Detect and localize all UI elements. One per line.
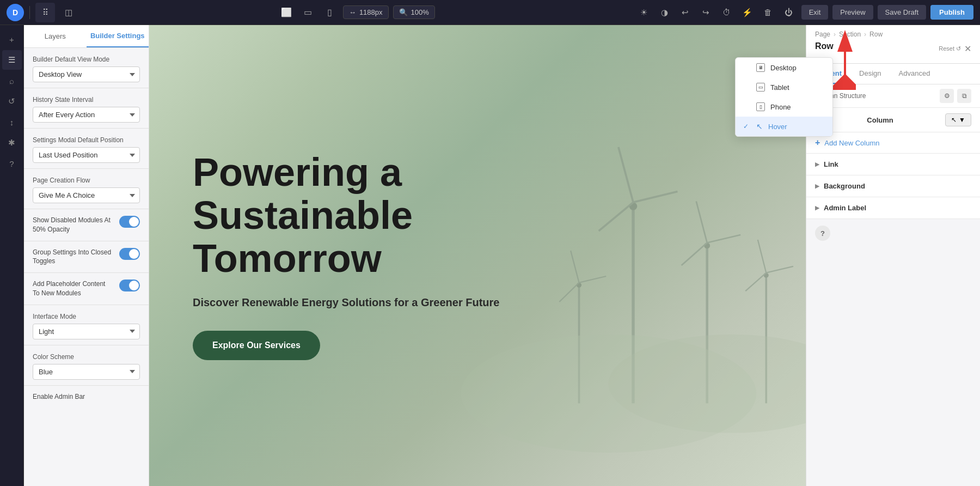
svg-line-17	[571, 251, 579, 283]
sun-icon-btn[interactable]: ☀	[636, 4, 652, 21]
add-column-row[interactable]: + Add New Column	[806, 132, 980, 154]
add-column-label: Add New Column	[824, 139, 879, 147]
zoom-value: 100%	[411, 8, 429, 16]
admin-label-accordion-header[interactable]: ▶ Admin Label	[806, 197, 980, 218]
svg-line-7	[696, 202, 707, 243]
save-draft-button[interactable]: Save Draft	[878, 5, 926, 20]
background-arrow-icon: ▶	[815, 183, 819, 190]
undo-btn[interactable]: ↩	[677, 4, 694, 21]
panel-tabs: Layers Builder Settings	[24, 25, 149, 48]
page-creation-select[interactable]: Give Me A Choice	[33, 187, 140, 203]
placeholder-content-toggle[interactable]	[119, 280, 140, 291]
dropdown-item-tablet[interactable]: ▭ Tablet	[736, 77, 832, 97]
dropdown-item-desktop[interactable]: 🖥 Desktop	[736, 58, 832, 77]
svg-line-3	[633, 191, 677, 202]
help-circle-btn[interactable]: ?	[815, 226, 830, 241]
exit-button[interactable]: Exit	[801, 5, 829, 20]
modal-position-label: Settings Modal Default Position	[33, 136, 140, 144]
help-sidebar-btn[interactable]: ?	[2, 154, 22, 173]
desktop-btn[interactable]: ⬜	[278, 4, 295, 21]
placeholder-content-row: Add Placeholder Content To New Modules	[24, 273, 149, 305]
portability-btn[interactable]: ↕	[2, 112, 22, 132]
layers-toggle-btn[interactable]: ⠿	[35, 3, 55, 22]
search-sidebar-btn[interactable]: ⌕	[2, 71, 22, 90]
group-settings-toggle[interactable]	[119, 248, 140, 260]
width-display: ↔ 1188px	[343, 5, 389, 19]
color-scheme-section: Color Scheme Blue	[24, 345, 149, 385]
topbar-divider	[29, 6, 30, 19]
phone-label: Phone	[770, 103, 791, 111]
hover-check-icon: ✓	[743, 123, 751, 130]
redo-btn[interactable]: ↪	[698, 4, 714, 21]
width-value: 1188px	[359, 8, 383, 16]
tablet-label: Tablet	[770, 83, 789, 92]
view-mode-select[interactable]: Desktop View	[33, 66, 140, 82]
topbar-center: ⬜ ▭ ▯ ↔ 1188px 🔍 100%	[278, 4, 435, 21]
svg-line-13	[767, 266, 794, 273]
admin-bar-label: Enable Admin Bar	[33, 392, 140, 402]
background-accordion-header[interactable]: ▶ Background	[806, 175, 980, 197]
view-mode-section: Builder Default View Mode Desktop View	[24, 48, 149, 88]
state-dropdown-btn[interactable]: ↖ ▼	[945, 113, 971, 126]
tab-design[interactable]: Design	[850, 64, 890, 84]
link-accordion-header[interactable]: ▶ Link	[806, 154, 980, 175]
tablet-btn[interactable]: ▭	[299, 4, 317, 21]
dropdown-item-hover[interactable]: ✓ ↖ Hover	[736, 117, 832, 136]
phone-icon: ▯	[756, 102, 765, 111]
tab-builder-settings[interactable]: Builder Settings	[87, 25, 149, 47]
modal-position-select[interactable]: Last Used Position	[33, 147, 140, 163]
breadcrumb-row[interactable]: Row	[869, 31, 883, 38]
preview-button[interactable]: Preview	[832, 5, 873, 20]
canvas: Powering a Sustainable Tomorrow Discover…	[149, 25, 806, 486]
page-creation-label: Page Creation Flow	[33, 177, 140, 184]
column-structure-icons: ⚙ ⧉	[940, 89, 971, 103]
device-state-selector: ↖ ▼	[945, 113, 971, 126]
view-mode-label: Builder Default View Mode	[33, 56, 140, 63]
color-scheme-label: Color Scheme	[33, 353, 140, 361]
main-area: + ☰ ⌕ ↺ ↕ ✱ ? Layers Builder Settings Bu…	[0, 25, 980, 486]
desktop-icon: 🖥	[756, 63, 765, 72]
svg-line-2	[618, 147, 633, 202]
hero-cta-button[interactable]: Explore Our Services	[193, 331, 320, 360]
color-scheme-select[interactable]: Blue	[33, 364, 140, 380]
state-dropdown-menu: 🖥 Desktop ▭ Tablet ▯ Phone ✓ ↖ Hover	[735, 57, 833, 137]
svg-line-19	[560, 283, 579, 302]
trash-btn[interactable]: 🗑	[760, 4, 776, 21]
desktop-label: Desktop	[770, 64, 797, 72]
group-settings-label: Group Settings Into Closed Toggles	[33, 248, 114, 266]
phone-btn[interactable]: ▯	[321, 4, 339, 21]
hover-label: Hover	[768, 123, 787, 131]
dropdown-item-phone[interactable]: ▯ Phone	[736, 97, 832, 117]
link-accordion-title: Link	[824, 160, 838, 168]
tab-advanced[interactable]: Advanced	[890, 64, 939, 84]
reset-btn[interactable]: Reset ↺	[939, 45, 961, 52]
theme-toggle-btn[interactable]: ◑	[657, 4, 673, 21]
cursor-icon: ↖	[951, 116, 957, 124]
close-panel-btn[interactable]: ✕	[964, 44, 971, 54]
power-btn[interactable]: ⏻	[781, 4, 797, 21]
history-sidebar-btn[interactable]: ↺	[2, 92, 22, 111]
history-interval-select[interactable]: After Every Action	[33, 107, 140, 123]
history-btn[interactable]: ⏱	[719, 4, 735, 21]
svg-line-12	[758, 240, 766, 273]
hover-cursor-icon: ↖	[756, 122, 763, 131]
chevron-down-icon: ▼	[959, 116, 965, 124]
disabled-modules-toggle[interactable]	[119, 216, 140, 228]
svg-line-18	[579, 276, 607, 283]
tab-layers[interactable]: Layers	[24, 25, 87, 47]
layers-sidebar-btn[interactable]: ☰	[2, 50, 22, 70]
interface-mode-select[interactable]: Light	[33, 324, 140, 339]
interface-mode-section: Interface Mode Light	[24, 305, 149, 345]
canvas-background: Powering a Sustainable Tomorrow Discover…	[149, 25, 806, 486]
add-column-plus-icon: +	[815, 138, 820, 148]
responsive-btn[interactable]: ⚡	[739, 4, 756, 21]
add-module-btn[interactable]: +	[2, 29, 22, 49]
settings-sidebar-btn[interactable]: ✱	[2, 133, 22, 153]
media-btn[interactable]: ◫	[60, 4, 77, 21]
left-panel: Layers Builder Settings Builder Default …	[24, 25, 149, 486]
publish-button[interactable]: Publish	[930, 5, 973, 20]
svg-line-8	[707, 235, 741, 242]
column-settings-btn[interactable]: ⚙	[940, 89, 954, 103]
link-accordion: ▶ Link	[806, 154, 980, 175]
column-copy-btn[interactable]: ⧉	[957, 89, 971, 103]
